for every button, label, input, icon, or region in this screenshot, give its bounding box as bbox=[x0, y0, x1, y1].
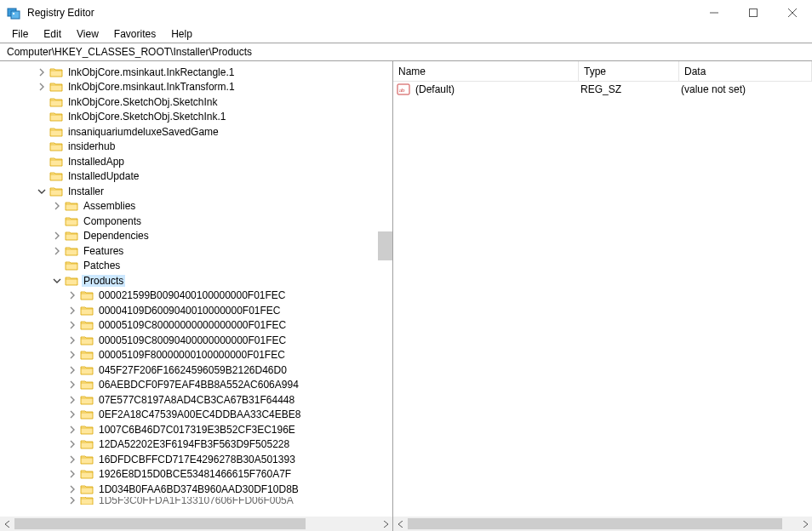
chevron-right-icon[interactable] bbox=[51, 200, 63, 212]
chevron-down-icon[interactable] bbox=[51, 275, 63, 287]
tree-node[interactable]: Features bbox=[0, 243, 392, 259]
tree-pane: InkObjCore.msinkaut.InkRectangle.1InkObj… bbox=[0, 61, 393, 531]
folder-icon bbox=[80, 289, 94, 301]
list-header: Name Type Data bbox=[393, 61, 812, 82]
tree-node[interactable]: 12DA52202E3F6194FB3F563D9F505228 bbox=[0, 437, 392, 453]
menu-help[interactable]: Help bbox=[164, 27, 199, 41]
menu-favorites[interactable]: Favorites bbox=[107, 27, 163, 41]
tree-node[interactable]: 1D034B0FAA6BD374B960AAD30DF10D8B bbox=[0, 482, 392, 497]
menu-edit[interactable]: Edit bbox=[37, 27, 68, 41]
chevron-right-icon[interactable] bbox=[36, 81, 48, 93]
svg-text:ab: ab bbox=[399, 87, 405, 94]
tree-node-label: insaniquariumdeluxeSavedGame bbox=[66, 126, 220, 138]
tree-node[interactable]: Installer bbox=[0, 184, 392, 199]
close-button[interactable] bbox=[773, 0, 812, 26]
tree-node-label: Installer bbox=[66, 186, 106, 197]
menu-file[interactable]: File bbox=[5, 27, 35, 41]
tree-node[interactable]: InstalledApp bbox=[0, 154, 392, 169]
list-hscrollbar[interactable] bbox=[393, 517, 812, 531]
tree-node[interactable]: 00005109C80090400000000000F01FEC bbox=[0, 333, 392, 348]
svg-rect-4 bbox=[750, 9, 758, 16]
chevron-right-icon[interactable] bbox=[66, 408, 78, 420]
registry-tree[interactable]: InkObjCore.msinkaut.InkRectangle.1InkObj… bbox=[0, 61, 392, 505]
address-input[interactable] bbox=[5, 45, 807, 59]
folder-icon bbox=[80, 379, 94, 391]
tree-node-label: 00004109D6009040010000000F01FEC bbox=[97, 305, 283, 317]
chevron-right-icon[interactable] bbox=[66, 483, 78, 495]
col-header-name[interactable]: Name bbox=[393, 61, 579, 81]
tree-node[interactable]: InkObjCore.msinkaut.InkRectangle.1 bbox=[0, 65, 392, 80]
folder-icon bbox=[65, 230, 78, 242]
scroll-right-icon[interactable] bbox=[378, 517, 392, 531]
chevron-right-icon[interactable] bbox=[66, 497, 78, 505]
menu-view[interactable]: View bbox=[70, 27, 106, 41]
tree-node-label: 0EF2A18C47539A00EC4DDBAA33C4EBE8 bbox=[97, 408, 302, 420]
tree-node[interactable]: Products bbox=[0, 273, 392, 288]
value-row[interactable]: ab(Default)REG_SZ(value not set) bbox=[393, 82, 812, 97]
tree-node[interactable]: 16DFDCBFFCD717E4296278B30A501393 bbox=[0, 452, 392, 467]
folder-icon bbox=[49, 111, 63, 123]
tree-node[interactable]: 1D5F3C0FFDA1F133107606FFD06F005A bbox=[0, 497, 392, 505]
value-list-pane: Name Type Data ab(Default)REG_SZ(value n… bbox=[393, 61, 812, 531]
chevron-right-icon[interactable] bbox=[66, 364, 78, 376]
scroll-left-icon[interactable] bbox=[393, 517, 408, 531]
svg-rect-2 bbox=[13, 13, 14, 14]
chevron-right-icon[interactable] bbox=[66, 349, 78, 361]
chevron-right-icon[interactable] bbox=[66, 334, 78, 346]
chevron-right-icon[interactable] bbox=[66, 289, 78, 301]
folder-icon bbox=[80, 305, 94, 317]
tree-node[interactable]: insiderhub bbox=[0, 140, 392, 155]
tree-vscroll-thumb[interactable] bbox=[378, 231, 392, 260]
chevron-right-icon[interactable] bbox=[66, 305, 78, 317]
tree-node[interactable]: 00005109F80000000100000000F01FEC bbox=[0, 348, 392, 363]
tree-node[interactable]: InkObjCore.SketchObj.SketchInk bbox=[0, 94, 392, 110]
tree-node[interactable]: 1007C6B46D7C017319E3B52CF3EC196E bbox=[0, 422, 392, 437]
folder-icon bbox=[65, 275, 78, 287]
tree-node[interactable]: 06AEBDCF0F97EAF4BB8A552AC606A994 bbox=[0, 378, 392, 393]
scroll-left-icon[interactable] bbox=[0, 517, 14, 531]
chevron-right-icon[interactable] bbox=[66, 438, 78, 450]
chevron-down-icon[interactable] bbox=[36, 186, 48, 197]
tree-node[interactable]: 1926E8D15D0BCE53481466615F760A7F bbox=[0, 467, 392, 482]
folder-icon bbox=[80, 454, 94, 465]
regedit-icon bbox=[7, 6, 20, 20]
scroll-right-icon[interactable] bbox=[798, 517, 812, 531]
chevron-right-icon[interactable] bbox=[66, 454, 78, 465]
chevron-right-icon[interactable] bbox=[66, 468, 78, 480]
maximize-button[interactable] bbox=[734, 0, 773, 26]
chevron-right-icon[interactable] bbox=[66, 394, 78, 406]
chevron-right-icon[interactable] bbox=[66, 379, 78, 391]
col-header-data[interactable]: Data bbox=[679, 61, 812, 81]
tree-node[interactable]: InkObjCore.msinkaut.InkTransform.1 bbox=[0, 80, 392, 95]
tree-node[interactable]: 07E577C8197A8AD4CB3CA67B31F64448 bbox=[0, 392, 392, 408]
chevron-right-icon[interactable] bbox=[51, 230, 63, 242]
col-header-type[interactable]: Type bbox=[579, 61, 679, 81]
chevron-right-icon[interactable] bbox=[66, 424, 78, 436]
tree-node[interactable]: insaniquariumdeluxeSavedGame bbox=[0, 124, 392, 140]
tree-node[interactable]: Assemblies bbox=[0, 199, 392, 214]
tree-node[interactable]: InstalledUpdate bbox=[0, 169, 392, 185]
menubar: File Edit View Favorites Help bbox=[0, 26, 812, 43]
tree-node[interactable]: 00004109D6009040010000000F01FEC bbox=[0, 303, 392, 318]
tree-node[interactable]: Dependencies bbox=[0, 229, 392, 244]
svg-rect-1 bbox=[11, 11, 20, 19]
tree-node-label: 045F27F206F16624596059B2126D46D0 bbox=[97, 364, 289, 376]
tree-node-label: 12DA52202E3F6194FB3F563D9F505228 bbox=[97, 438, 291, 450]
tree-hscrollbar[interactable] bbox=[0, 517, 392, 531]
tree-node[interactable]: 00005109C80000000000000000F01FEC bbox=[0, 318, 392, 334]
tree-node[interactable]: 000021599B0090400100000000F01FEC bbox=[0, 288, 392, 304]
folder-icon bbox=[80, 349, 94, 361]
chevron-right-icon[interactable] bbox=[36, 66, 48, 78]
chevron-right-icon[interactable] bbox=[66, 319, 78, 331]
folder-icon bbox=[49, 126, 63, 138]
tree-node[interactable]: Patches bbox=[0, 259, 392, 274]
tree-node[interactable]: Components bbox=[0, 214, 392, 229]
value-list[interactable]: ab(Default)REG_SZ(value not set) bbox=[393, 82, 812, 517]
tree-node[interactable]: 045F27F206F16624596059B2126D46D0 bbox=[0, 363, 392, 378]
minimize-button[interactable] bbox=[695, 0, 734, 26]
tree-node[interactable]: InkObjCore.SketchObj.SketchInk.1 bbox=[0, 110, 392, 125]
tree-node-label: InkObjCore.SketchObj.SketchInk.1 bbox=[66, 111, 227, 123]
chevron-right-icon[interactable] bbox=[51, 245, 63, 257]
tree-node-label: 00005109C80090400000000000F01FEC bbox=[97, 334, 288, 346]
tree-node[interactable]: 0EF2A18C47539A00EC4DDBAA33C4EBE8 bbox=[0, 408, 392, 423]
